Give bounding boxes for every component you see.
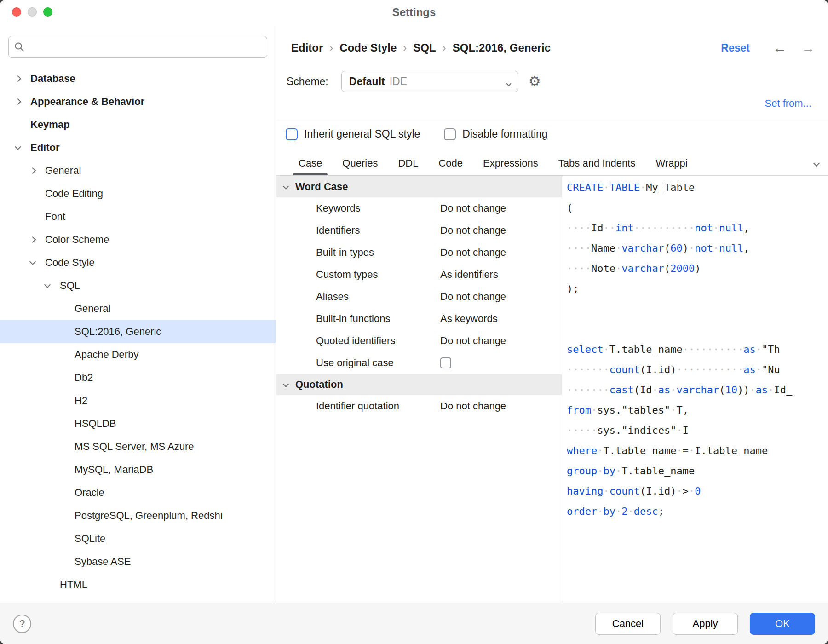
code-token: ( [719, 384, 725, 396]
sidebar-item-h2[interactable]: H2 [0, 389, 276, 412]
breadcrumb-item-code-style[interactable]: Code Style [339, 41, 397, 54]
section-header-word-case[interactable]: Word Case [276, 176, 562, 197]
sidebar-item-general[interactable]: General [0, 297, 276, 320]
code-token: ···· [567, 263, 591, 274]
tabs: CaseQueriesDDLCodeExpressionsTabs and In… [288, 151, 811, 175]
setting-value-dropdown[interactable]: Do not change [440, 400, 506, 412]
sidebar-item-postgresql-greenplum-redshi[interactable]: PostgreSQL, Greenplum, Redshi [0, 504, 276, 527]
sidebar-item-sql[interactable]: SQL [0, 274, 276, 297]
content-pane: Editor›Code Style›SQL›SQL:2016, Generic … [276, 26, 828, 603]
setting-label: Built-in functions [316, 313, 440, 325]
sidebar-item-mysql-mariadb[interactable]: MySQL, MariaDB [0, 458, 276, 481]
scheme-select[interactable]: Default IDE [341, 71, 518, 92]
sidebar-item-hsqldb[interactable]: HSQLDB [0, 412, 276, 435]
sidebar-item-oracle[interactable]: Oracle [0, 481, 276, 504]
chevron-down-icon[interactable] [16, 146, 30, 149]
sidebar-item-code-style[interactable]: Code Style [0, 251, 276, 274]
sidebar-item-appearance-behavior[interactable]: Appearance & Behavior [0, 90, 276, 113]
sidebar-item-sqlite[interactable]: SQLite [0, 527, 276, 550]
chevron-down-icon[interactable] [45, 284, 60, 287]
setting-value-dropdown[interactable]: As keywords [440, 313, 498, 325]
code-token: · [591, 404, 597, 416]
settings-search-input[interactable] [29, 41, 261, 52]
setting-label: Keywords [316, 202, 440, 214]
tab-wrappi[interactable]: Wrappi [645, 151, 697, 175]
sidebar-item-ms-sql-server-ms-azure[interactable]: MS SQL Server, MS Azure [0, 435, 276, 458]
tab-code[interactable]: Code [428, 151, 473, 175]
help-button[interactable]: ? [13, 615, 31, 633]
sidebar-item-label: HSQLDB [75, 418, 116, 430]
setting-value-dropdown[interactable]: Do not change [440, 202, 506, 214]
setting-checkbox[interactable] [440, 357, 451, 368]
forward-arrow-icon[interactable]: → [801, 41, 815, 55]
setting-value-dropdown[interactable]: As identifiers [440, 269, 498, 281]
tabs-overflow-chevron-icon[interactable] [811, 156, 822, 170]
tab-tabs-and-indents[interactable]: Tabs and Indents [548, 151, 646, 175]
sidebar-item-html[interactable]: HTML [0, 573, 276, 596]
set-from-link[interactable]: Set from... [765, 98, 811, 109]
setting-value-dropdown[interactable]: Do not change [440, 224, 506, 236]
breadcrumb-item-editor[interactable]: Editor [291, 41, 323, 54]
tab-ddl[interactable]: DDL [388, 151, 428, 175]
sidebar-item-db2[interactable]: Db2 [0, 366, 276, 389]
chevron-right-icon[interactable] [16, 99, 30, 104]
code-line: having·count(I.id)·>·0 [567, 481, 828, 501]
scheme-divider [276, 120, 828, 120]
search-box[interactable] [8, 36, 267, 58]
setting-value-dropdown[interactable]: Do not change [440, 291, 506, 303]
code-token: · [713, 222, 719, 234]
code-token: · [652, 384, 658, 396]
sidebar-item-general[interactable]: General [0, 159, 276, 182]
code-token: ·········· [683, 344, 743, 355]
code-token: "tables" [621, 404, 670, 416]
apply-button[interactable]: Apply [673, 613, 738, 635]
code-token: count [610, 364, 640, 375]
tab-case[interactable]: Case [288, 151, 332, 175]
inherit-sql-style-checkbox[interactable] [286, 128, 298, 140]
reset-button[interactable]: Reset [721, 42, 750, 54]
chevron-down-icon[interactable] [30, 261, 45, 264]
tab-expressions[interactable]: Expressions [473, 151, 548, 175]
code-token: · [603, 182, 609, 193]
sidebar-item-font[interactable]: Font [0, 205, 276, 228]
sidebar-item-label: Db2 [75, 372, 93, 384]
chevron-down-icon [283, 381, 289, 387]
sidebar-item-sql-2016-generic[interactable]: SQL:2016, Generic [0, 320, 276, 343]
sidebar-item-color-scheme[interactable]: Color Scheme [0, 228, 276, 251]
breadcrumb-item-sql[interactable]: SQL [413, 41, 436, 54]
code-token: ; [658, 506, 664, 517]
sidebar-item-database[interactable]: Database [0, 67, 276, 90]
settings-pane: Word CaseKeywordsDo not changeIdentifier… [276, 176, 562, 603]
disable-formatting-checkbox[interactable] [444, 128, 456, 140]
chevron-down-icon [507, 79, 511, 87]
setting-value-dropdown[interactable]: Do not change [440, 335, 506, 347]
cancel-button[interactable]: Cancel [595, 613, 661, 635]
code-token: cast [610, 384, 634, 396]
sidebar-item-editor[interactable]: Editor [0, 136, 276, 159]
sidebar-item-keymap[interactable]: Keymap [0, 113, 276, 136]
sidebar-item-sybase-ase[interactable]: Sybase ASE [0, 550, 276, 573]
code-token: select [567, 344, 603, 355]
code-token: · [615, 506, 621, 517]
code-line: ····Note·varchar(2000) [567, 259, 828, 279]
tab-queries[interactable]: Queries [332, 151, 388, 175]
code-line: ····Name·varchar(60)·not·null, [567, 238, 828, 259]
sidebar-item-apache-derby[interactable]: Apache Derby [0, 343, 276, 366]
chevron-right-icon[interactable] [30, 168, 45, 173]
code-token: sys. [597, 404, 621, 416]
chevron-right-icon[interactable] [16, 76, 30, 81]
code-token: · [676, 445, 682, 456]
code-token: varchar [676, 384, 719, 396]
scheme-gear-icon[interactable]: ⚙ [529, 75, 541, 88]
breadcrumb-separator: › [443, 41, 446, 54]
code-token: · [640, 182, 646, 193]
chevron-right-icon[interactable] [30, 237, 45, 242]
setting-value-dropdown[interactable]: Do not change [440, 247, 506, 259]
breadcrumb-item-sql-2016-generic[interactable]: SQL:2016, Generic [453, 41, 551, 54]
ok-button[interactable]: OK [750, 613, 815, 635]
section-header-quotation[interactable]: Quotation [276, 374, 562, 395]
back-arrow-icon[interactable]: ← [773, 41, 787, 55]
code-token: · [615, 465, 621, 477]
sidebar-item-code-editing[interactable]: Code Editing [0, 182, 276, 205]
code-token: ( [567, 202, 573, 213]
